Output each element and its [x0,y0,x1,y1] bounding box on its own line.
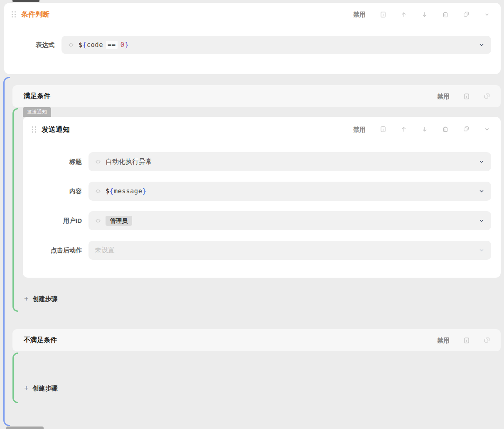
delete-icon[interactable] [442,11,449,18]
top-scrollbar-thumb[interactable] [12,0,39,2]
condition-card: 条件判断 禁用 表达式 ${code==0} [4,3,501,74]
token-variable: message [114,187,143,195]
collapse-chevron-icon[interactable] [484,126,490,133]
disable-button[interactable]: 禁用 [437,337,450,343]
click-action-field-row: 点击后动作 未设置 [23,241,491,260]
user-chip[interactable]: 管理员 [106,216,132,226]
expand-chevron-icon[interactable] [478,247,485,254]
false-branch-toolbar: 禁用 [437,337,490,344]
code-brackets-icon [95,217,101,224]
content-field-row: 内容 ${message} [23,182,491,201]
move-down-icon[interactable] [421,126,428,133]
expand-chevron-icon[interactable] [478,188,485,195]
title-field-value: 自动化执行异常 [106,158,152,166]
expand-chevron-icon[interactable] [478,217,485,224]
delete-icon[interactable] [442,126,449,133]
code-brackets-icon [95,188,101,195]
token-open-brace: { [83,41,87,49]
token-dollar: $ [79,41,83,49]
condition-card-title: 条件判断 [21,10,49,19]
expression-label: 表达式 [4,41,61,49]
expression-row: 表达式 ${code==0} [4,36,491,54]
note-info-icon[interactable] [463,93,470,100]
drag-handle-icon[interactable] [32,126,36,133]
click-action-placeholder: 未设置 [95,246,115,255]
true-branch-guide-line [12,108,18,312]
plus-icon: + [24,385,29,392]
condition-card-toolbar: 禁用 [353,11,490,18]
disable-button[interactable]: 禁用 [437,93,450,99]
move-down-icon[interactable] [421,11,428,18]
condition-card-header: 条件判断 禁用 [4,3,501,26]
content-field-label: 内容 [23,187,89,195]
token-close-brace: } [125,41,129,49]
send-notification-card: 发送通知 禁用 标题 自动化执行异常 内容 ${message} 用户ID [23,117,501,278]
move-up-icon[interactable] [401,11,407,18]
step-type-tag: 发送通知 [23,107,51,117]
note-info-icon[interactable] [463,337,470,344]
content-code: ${message} [106,187,146,195]
plus-icon: + [24,295,29,303]
token-variable: code [87,41,103,49]
title-field-row: 标题 自动化执行异常 [23,152,491,171]
copy-icon[interactable] [463,11,470,18]
expand-chevron-icon[interactable] [478,158,485,165]
content-field-input[interactable]: ${message} [89,182,491,201]
true-branch-toolbar: 禁用 [437,93,490,100]
false-branch-title: 不满足条件 [24,336,57,345]
user-id-field-label: 用户ID [23,217,89,225]
false-branch-guide-line [12,353,18,403]
title-field-label: 标题 [23,158,89,166]
user-id-field-row: 用户ID 管理员 [23,211,491,230]
code-brackets-icon [68,42,74,48]
step-card-title: 发送通知 [42,125,70,134]
step-card-toolbar: 禁用 [353,126,490,133]
copy-icon[interactable] [484,93,490,100]
expression-input[interactable]: ${code==0} [61,36,491,54]
code-brackets-icon [95,158,101,165]
title-field-input[interactable]: 自动化执行异常 [89,152,491,171]
note-info-icon[interactable] [380,126,386,133]
false-branch-header: 不满足条件 禁用 [12,329,501,351]
disable-button[interactable]: 禁用 [353,126,366,133]
create-step-button[interactable]: + 创建步骤 [24,382,58,394]
bottom-scrollbar-thumb[interactable] [6,427,44,429]
token-operator: == [106,41,118,49]
copy-icon[interactable] [463,126,470,133]
expand-chevron-icon[interactable] [478,42,485,48]
condition-branch-guide-line [3,77,10,426]
expression-code: ${code==0} [79,41,129,49]
click-action-field-input[interactable]: 未设置 [89,241,491,260]
copy-icon[interactable] [484,337,490,344]
create-step-label: 创建步骤 [33,295,58,303]
step-card-header: 发送通知 禁用 [23,117,501,142]
click-action-field-label: 点击后动作 [23,247,89,254]
collapse-chevron-icon[interactable] [484,11,490,18]
note-info-icon[interactable] [380,11,386,18]
disable-button[interactable]: 禁用 [353,11,366,17]
user-id-field-input[interactable]: 管理员 [89,211,491,230]
token-open-brace: { [110,187,114,195]
drag-handle-icon[interactable] [12,11,16,17]
move-up-icon[interactable] [401,126,407,133]
token-close-brace: } [143,187,147,195]
true-branch-title: 满足条件 [24,92,50,101]
create-step-label: 创建步骤 [33,385,58,392]
token-value: 0 [120,41,125,49]
token-dollar: $ [106,187,110,195]
true-branch-header: 满足条件 禁用 [12,85,501,107]
create-step-button[interactable]: + 创建步骤 [24,293,58,305]
